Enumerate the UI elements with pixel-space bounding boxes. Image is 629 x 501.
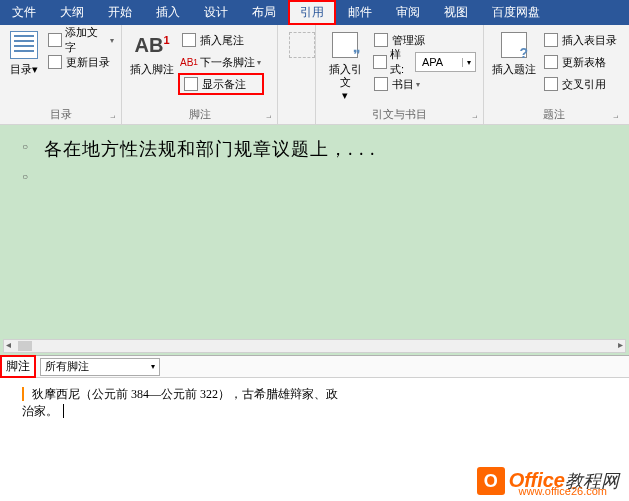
footnote-pane-header: 脚注 所有脚注 ▾ [0,356,629,378]
menu-insert[interactable]: 插入 [144,0,192,25]
update-toc-icon [47,54,63,70]
watermark-icon: O [477,467,505,495]
bullet-icon: ○ [22,167,44,182]
next-footnote-button[interactable]: AB1 下一条脚注▾ [178,51,264,73]
manage-sources-icon [373,32,389,48]
toc-icon [10,31,38,59]
bullet-icon: ○ [22,137,44,152]
menu-outline[interactable]: 大纲 [48,0,96,25]
group-label-footnote: 脚注 [126,106,273,124]
update-toc-button[interactable]: 更新目录 [44,51,117,73]
crossref-button[interactable]: 交叉引用 [540,73,620,95]
scroll-thumb[interactable] [18,341,32,351]
next-footnote-icon: AB1 [181,54,197,70]
add-text-icon [47,32,62,48]
bibliography-icon [373,76,389,92]
tof-icon [543,32,559,48]
toc-button[interactable]: 目录▾ [4,27,44,106]
crossref-icon [543,76,559,92]
document-text[interactable]: 各在地方性法规和部门规章议题上，. . . [44,137,376,161]
citation-icon [332,32,358,58]
menu-home[interactable]: 开始 [96,0,144,25]
group-label-toc: 目录 [4,106,117,124]
bibliography-button[interactable]: 书目▾ [370,73,479,95]
citation-style-row: 样式: APA ▾ [370,51,479,73]
add-text-button[interactable]: 添加文字▾ [44,29,117,51]
footnote-body[interactable]: 狄摩西尼（公元前 384—公元前 322），古希腊雄辩家、政 治家。 [0,378,629,438]
menu-layout[interactable]: 布局 [240,0,288,25]
show-notes-icon [183,76,199,92]
insert-caption-button[interactable]: 插入题注 [488,27,540,106]
chevron-down-icon: ▾ [462,58,475,67]
ribbon: 目录▾ 添加文字▾ 更新目录 目录 AB1 插入脚注 [0,25,629,125]
caption-icon [501,32,527,58]
menu-file[interactable]: 文件 [0,0,48,25]
group-caption: 插入题注 插入表目录 更新表格 交叉引用 题注 [484,25,624,124]
menu-references[interactable]: 引用 [288,0,336,25]
menu-design[interactable]: 设计 [192,0,240,25]
insert-footnote-button[interactable]: AB1 插入脚注 [126,27,178,106]
menu-mail[interactable]: 邮件 [336,0,384,25]
footnote-icon: AB1 [135,34,170,57]
insert-citation-button[interactable]: 插入引文▾ [320,27,370,106]
footnote-text[interactable]: 狄摩西尼（公元前 384—公元前 322），古希腊雄辩家、政 [32,387,338,401]
endnote-icon [181,32,197,48]
manage-sources-button[interactable]: 管理源 [370,29,479,51]
group-label-caption: 题注 [488,106,620,124]
document-area[interactable]: ○ 各在地方性法规和部门规章议题上，. . . ○ [0,125,629,355]
insert-endnote-button[interactable]: 插入尾注 [178,29,264,51]
menu-baidu[interactable]: 百度网盘 [480,0,552,25]
footnote-marker [22,387,29,401]
group-unknown: x [278,25,316,124]
update-table-icon [543,54,559,70]
watermark-url: www.office26.com [519,485,607,497]
footnote-filter-combo[interactable]: 所有脚注 ▾ [40,358,160,376]
insert-tof-button[interactable]: 插入表目录 [540,29,620,51]
group-citations: 插入引文▾ 管理源 样式: APA ▾ 书目▾ [316,25,484,124]
text-cursor [63,404,67,418]
citation-style-combo[interactable]: APA ▾ [415,52,476,72]
footnote-text[interactable]: 治家。 [22,404,58,418]
group-toc: 目录▾ 添加文字▾ 更新目录 目录 [0,25,122,124]
show-notes-button[interactable]: 显示备注 [178,73,264,95]
watermark: O Office教程网 www.office26.com [477,467,619,495]
chevron-down-icon: ▾ [151,362,155,371]
menu-bar: 文件 大纲 开始 插入 设计 布局 引用 邮件 审阅 视图 百度网盘 [0,0,629,25]
menu-review[interactable]: 审阅 [384,0,432,25]
horizontal-scrollbar[interactable] [3,339,626,353]
group-label-citations: 引文与书目 [320,106,479,124]
update-table-button[interactable]: 更新表格 [540,51,620,73]
footnote-pane: 脚注 所有脚注 ▾ 狄摩西尼（公元前 384—公元前 322），古希腊雄辩家、政… [0,355,629,438]
style-icon [373,54,387,70]
footnote-pane-title: 脚注 [0,355,36,378]
unknown-icon [289,32,315,58]
menu-view[interactable]: 视图 [432,0,480,25]
group-footnote: AB1 插入脚注 插入尾注 AB1 下一条脚注▾ 显示备注 脚注 [122,25,278,124]
